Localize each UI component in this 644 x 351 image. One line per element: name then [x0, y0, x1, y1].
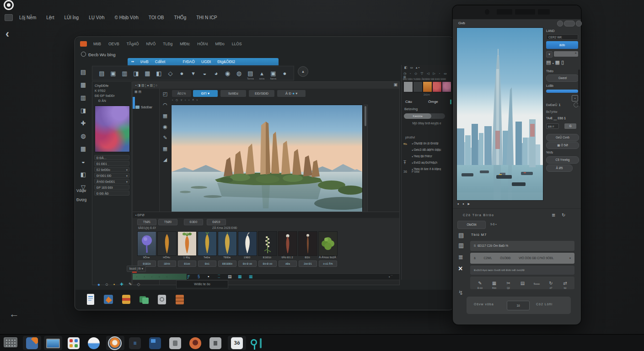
os-menu-item[interactable]: LÚI ỉng [64, 15, 79, 20]
strip-pages-icon[interactable]: ▤ [77, 69, 89, 79]
gweel-button[interactable]: Gweel [546, 74, 579, 82]
tool-brush-icon[interactable]: ◒ [199, 70, 210, 77]
grid-b-icon[interactable]: ▦ [555, 59, 560, 65]
swap-chip-icon[interactable]: ⇄bö [558, 281, 572, 286]
lower-row-3[interactable]: Ev2ö3 Apü taön Gvö6 tö6 Đöb tvĐ övö2Đ [470, 266, 574, 275]
inspector-tab-cau[interactable]: Cáu [405, 100, 412, 104]
os-menu-item[interactable]: THỐg [174, 15, 187, 20]
editor-tab[interactable]: EĐ/SĐĐ [249, 90, 274, 97]
pattern-tool-icon[interactable]: ▦ [160, 146, 170, 155]
brush-chip-icon[interactable]: ✎Đ-öö [473, 281, 487, 286]
detach-icon[interactable]: ▣ [393, 82, 397, 87]
tab-active[interactable]: Đtg&ÔĐt2 [217, 59, 235, 64]
app-menu-item[interactable]: OEVB [108, 42, 119, 46]
grid-chip-icon[interactable]: ▦R2ö [487, 281, 501, 286]
app-menu-item[interactable]: MtiB [93, 42, 101, 46]
asset-button[interactable]: ĐĐ1ĐĐö [218, 261, 236, 267]
mini-input[interactable]: ĐB F [546, 123, 559, 129]
app-menu-item[interactable]: HÔfAt [197, 42, 208, 46]
asset-button[interactable]: Đö Đ öö [238, 261, 257, 267]
diamond-icon[interactable]: ◇ [137, 282, 140, 287]
link-tool-icon[interactable]: ◉ [160, 124, 170, 133]
strip-grid-icon[interactable]: ▦ [77, 145, 89, 155]
compass-chip-icon[interactable]: ↻ö7 [544, 281, 558, 286]
strip-corner-icon[interactable]: ◨ [77, 107, 89, 117]
close-button[interactable] [576, 21, 582, 27]
pen-icon[interactable]: ✎ [129, 282, 132, 287]
tab-dots[interactable]: •• [131, 59, 134, 64]
strip-lens-icon[interactable]: ◍ [77, 133, 89, 143]
tool-node-icon[interactable]: ◍ [233, 70, 245, 77]
status-teal1-icon[interactable]: ▦ [238, 274, 242, 280]
desktop-icon-box-yellow[interactable] [121, 293, 132, 306]
layer-row[interactable]: Â%50 ĐeĐĐ1▾ [94, 179, 129, 184]
layer-row[interactable]: Đ1 ĐĐ1 ˌ [94, 161, 129, 166]
layers-check[interactable]: Đ ÂN [95, 99, 106, 102]
taskbar-keyboard-icon[interactable] [4, 337, 17, 347]
scissors-chip-icon[interactable]: ✂Q2 [501, 281, 515, 286]
app-menu-item[interactable]: MfĐo [215, 42, 225, 46]
taskbar-appgrid-icon[interactable] [68, 337, 80, 349]
tool-dropdown-icon[interactable]: ▾ [188, 70, 199, 77]
toolbar-circle-button[interactable]: ▴ [298, 66, 308, 77]
status-doc-icon[interactable]: ▤ [228, 274, 232, 280]
lower-row-selected[interactable]: â C2WL Ö1ÖĐĐ VfÖ ÖÖ6 GĐ C/%Ö 9ÖĐL ▾ [470, 253, 574, 264]
tool-terms-icon[interactable]: ▤Terms [245, 70, 256, 77]
inspector-thumb[interactable] [403, 81, 413, 92]
back-arrow-icon[interactable]: ← [9, 309, 19, 319]
app-menu-item[interactable]: MfĐtc [180, 42, 190, 46]
taskbar-files-icon[interactable] [26, 337, 38, 349]
inspector-tab-omge[interactable]: Ömge [428, 100, 438, 104]
zoom-dropdown[interactable]: bozd | th ▾ [127, 266, 146, 272]
blue-slider[interactable] [546, 90, 578, 93]
cer2-field[interactable]: CER2 WK [546, 34, 578, 40]
g-button[interactable]: G [564, 123, 576, 129]
lower-tab-1[interactable]: ÖMÖ9t [457, 221, 486, 229]
a05-button[interactable]: Â Ø5 [546, 165, 573, 172]
teal-plus-icon[interactable]: ✚ [120, 282, 123, 287]
app-menu-item[interactable]: TLĐg [163, 42, 172, 46]
grid-a-icon[interactable]: ▤ [546, 59, 551, 65]
canvas-scrollbar[interactable] [364, 105, 368, 213]
asset-thumb-flower-spike[interactable] [258, 231, 277, 256]
inspector-thumb[interactable] [432, 81, 442, 92]
taskbar-monitor-icon[interactable] [46, 339, 60, 348]
text-chip[interactable]: 5ooo [530, 281, 544, 286]
os-menu-item[interactable]: Lộj Nễm [19, 15, 36, 20]
taskbar-gray2-icon[interactable] [209, 337, 221, 349]
asset-thumb-dark-root[interactable] [278, 231, 297, 256]
app-menu-item[interactable]: NfVÔ [146, 42, 156, 46]
strip-half-icon[interactable]: ◒ [77, 158, 89, 168]
taskbar-sphere-icon[interactable] [88, 337, 100, 349]
os-menu-item[interactable]: TOI OB [149, 15, 164, 20]
icons-button[interactable]: ▦ Ö 5Ø [546, 142, 579, 149]
move-tool-icon[interactable]: ◰ [160, 91, 170, 100]
taskbar-camera-icon[interactable] [108, 336, 122, 350]
battery-vert-icon[interactable]: ▯ [561, 59, 564, 65]
minimize-button[interactable] [557, 21, 563, 27]
wedge-tool-icon[interactable]: ◢ [160, 157, 170, 166]
tab[interactable]: Cdêet [155, 59, 166, 64]
primary-button[interactable]: äöb [546, 41, 578, 49]
close-x-icon[interactable]: × [458, 265, 462, 273]
grid-tool-icon[interactable]: ▦ [160, 113, 170, 122]
asset-button[interactable]: ö-ö2 Â% [319, 261, 337, 267]
landscape-canvas[interactable] [171, 105, 363, 213]
chat-button[interactable]: ▪ [572, 95, 578, 101]
status-f-icon[interactable]: Ƒ [188, 274, 190, 280]
os-menu-icon[interactable] [5, 14, 13, 21]
taskbar-redcircle-icon[interactable] [189, 337, 201, 349]
flower-painting-thumbnail[interactable] [95, 106, 130, 152]
taskbar-gray-icon[interactable] [169, 337, 181, 349]
footer-left-action[interactable]: Ošvw vöba [474, 303, 494, 306]
tool-layers-icon[interactable]: ▥ [119, 70, 130, 77]
layer-row[interactable]: E2 6eĐĐo▾ [94, 167, 129, 172]
city-preview[interactable] [456, 27, 543, 201]
tool-copy-icon[interactable]: ▦ [142, 70, 153, 77]
asset-thumb-thin-root[interactable] [298, 231, 317, 256]
desktop-icon-archive[interactable] [156, 293, 167, 306]
desktop-icon-folders-green[interactable] [139, 293, 150, 306]
doc-chip-icon[interactable]: ▤ [515, 281, 530, 286]
asset-thumb-carrot[interactable] [157, 231, 177, 256]
desktop-icon-crate[interactable] [174, 293, 185, 306]
